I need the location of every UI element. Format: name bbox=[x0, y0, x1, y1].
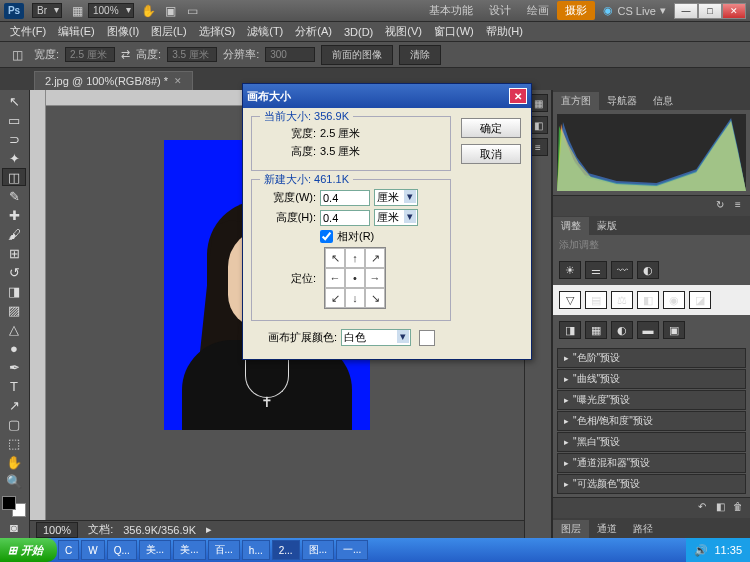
tool-stamp[interactable]: ⊞ bbox=[2, 244, 26, 262]
tool-eyedropper[interactable]: ✎ bbox=[2, 187, 26, 205]
clear-button[interactable]: 清除 bbox=[399, 45, 441, 65]
preset-selcolor[interactable]: "可选颜色"预设 bbox=[557, 474, 746, 494]
adj-invert-icon[interactable]: ◨ bbox=[559, 321, 581, 339]
menu-help[interactable]: 帮助(H) bbox=[480, 22, 529, 41]
preset-levels[interactable]: "色阶"预设 bbox=[557, 348, 746, 368]
new-height-input[interactable] bbox=[320, 210, 370, 226]
adj-levels-icon[interactable]: ⚌ bbox=[585, 261, 607, 279]
tab-channels[interactable]: 通道 bbox=[589, 520, 625, 538]
tool-dodge[interactable]: ● bbox=[2, 339, 26, 357]
bridge-dropdown[interactable]: Br bbox=[32, 3, 62, 18]
preset-chanmix[interactable]: "通道混和器"预设 bbox=[557, 453, 746, 473]
menu-analysis[interactable]: 分析(A) bbox=[289, 22, 338, 41]
taskbar-item-7[interactable]: 2... bbox=[272, 540, 300, 560]
menu-3d[interactable]: 3D(D) bbox=[338, 24, 379, 40]
opt-res-input[interactable] bbox=[265, 47, 315, 62]
taskbar-item-9[interactable]: 一... bbox=[336, 540, 368, 560]
tool-3d[interactable]: ⬚ bbox=[2, 435, 26, 453]
cs-live[interactable]: ◉CS Live▾ bbox=[603, 4, 666, 17]
taskbar-item-4[interactable]: 美... bbox=[173, 540, 205, 560]
tool-heal[interactable]: ✚ bbox=[2, 206, 26, 224]
taskbar-item-1[interactable]: W bbox=[81, 540, 104, 560]
swap-wh-icon[interactable]: ⇄ bbox=[121, 48, 130, 61]
adj-trash-icon[interactable]: 🗑 bbox=[730, 501, 746, 515]
dialog-titlebar[interactable]: 画布大小 ✕ bbox=[243, 84, 531, 108]
workspace-photo[interactable]: 摄影 bbox=[557, 1, 595, 20]
adj-bw-icon[interactable]: ◧ bbox=[637, 291, 659, 309]
tool-blur[interactable]: △ bbox=[2, 320, 26, 338]
menu-edit[interactable]: 编辑(E) bbox=[52, 22, 101, 41]
maximize-button[interactable]: □ bbox=[698, 3, 722, 19]
taskbar-item-5[interactable]: 百... bbox=[208, 540, 240, 560]
document-tab[interactable]: 2.jpg @ 100%(RGB/8#) * ✕ bbox=[34, 71, 193, 90]
taskbar-item-2[interactable]: Q... bbox=[107, 540, 137, 560]
tab-masks[interactable]: 蒙版 bbox=[589, 217, 625, 235]
taskbar-item-8[interactable]: 图... bbox=[302, 540, 334, 560]
opt-width-input[interactable] bbox=[65, 47, 115, 62]
tab-navigator[interactable]: 导航器 bbox=[599, 92, 645, 110]
menu-select[interactable]: 选择(S) bbox=[193, 22, 242, 41]
adj-reset-icon[interactable]: ↶ bbox=[694, 501, 710, 515]
workspace-basic[interactable]: 基本功能 bbox=[421, 1, 481, 20]
quickmask-icon[interactable]: ◙ bbox=[2, 518, 26, 536]
cancel-button[interactable]: 取消 bbox=[461, 144, 521, 164]
arrange-icon[interactable]: ▣ bbox=[162, 3, 180, 19]
preset-curves[interactable]: "曲线"预设 bbox=[557, 369, 746, 389]
tab-paths[interactable]: 路径 bbox=[625, 520, 661, 538]
adj-chanmix-icon[interactable]: ◪ bbox=[689, 291, 711, 309]
tab-adjustments[interactable]: 调整 bbox=[553, 217, 589, 235]
adj-selcolor-icon[interactable]: ▣ bbox=[663, 321, 685, 339]
preset-hue[interactable]: "色相/饱和度"预设 bbox=[557, 411, 746, 431]
tool-marquee[interactable]: ▭ bbox=[2, 111, 26, 129]
tool-move[interactable]: ↖ bbox=[2, 92, 26, 110]
tab-info[interactable]: 信息 bbox=[645, 92, 681, 110]
ext-color-select[interactable]: 白色 bbox=[341, 329, 411, 346]
new-height-unit[interactable]: 厘米 bbox=[374, 209, 418, 226]
tool-type[interactable]: T bbox=[2, 377, 26, 395]
front-image-button[interactable]: 前面的图像 bbox=[321, 45, 393, 65]
hand-icon[interactable]: ✋ bbox=[140, 3, 158, 19]
adj-thresh-icon[interactable]: ◐ bbox=[611, 321, 633, 339]
menu-file[interactable]: 文件(F) bbox=[4, 22, 52, 41]
tool-pen[interactable]: ✒ bbox=[2, 358, 26, 376]
dialog-close-icon[interactable]: ✕ bbox=[509, 88, 527, 104]
fg-bg-swatch[interactable] bbox=[2, 496, 26, 517]
relative-checkbox[interactable] bbox=[320, 230, 333, 243]
menu-image[interactable]: 图像(I) bbox=[101, 22, 145, 41]
screen-mode-icon[interactable]: ▭ bbox=[184, 3, 202, 19]
tool-hand[interactable]: ✋ bbox=[2, 454, 26, 472]
anchor-grid[interactable]: ↖↑↗ ←•→ ↙↓↘ bbox=[324, 247, 386, 309]
adj-exposure-icon[interactable]: ◐ bbox=[637, 261, 659, 279]
tab-close-icon[interactable]: ✕ bbox=[174, 76, 182, 86]
adj-hue-icon[interactable]: ▤ bbox=[585, 291, 607, 309]
start-button[interactable]: ⊞开始 bbox=[0, 538, 57, 562]
adj-poster-icon[interactable]: ▦ bbox=[585, 321, 607, 339]
tool-history-brush[interactable]: ↺ bbox=[2, 263, 26, 281]
ok-button[interactable]: 确定 bbox=[461, 118, 521, 138]
preset-exposure[interactable]: "曝光度"预设 bbox=[557, 390, 746, 410]
adj-photo-filter-icon[interactable]: ◉ bbox=[663, 291, 685, 309]
adj-balance-icon[interactable]: ⚖ bbox=[611, 291, 633, 309]
workspace-paint[interactable]: 绘画 bbox=[519, 1, 557, 20]
minimize-button[interactable]: — bbox=[674, 3, 698, 19]
tool-lasso[interactable]: ⊃ bbox=[2, 130, 26, 148]
adj-brightness-icon[interactable]: ☀ bbox=[559, 261, 581, 279]
histo-menu-icon[interactable]: ≡ bbox=[730, 199, 746, 213]
menu-window[interactable]: 窗口(W) bbox=[428, 22, 480, 41]
new-width-unit[interactable]: 厘米 bbox=[374, 189, 418, 206]
tool-shape[interactable]: ▢ bbox=[2, 416, 26, 434]
menu-filter[interactable]: 滤镜(T) bbox=[241, 22, 289, 41]
preset-bw[interactable]: "黑白"预设 bbox=[557, 432, 746, 452]
zoom-dropdown[interactable]: 100% bbox=[88, 3, 134, 18]
tab-layers[interactable]: 图层 bbox=[553, 520, 589, 538]
tool-brush[interactable]: 🖌 bbox=[2, 225, 26, 243]
tool-eraser[interactable]: ◨ bbox=[2, 282, 26, 300]
tool-crop[interactable]: ◫ bbox=[2, 168, 26, 186]
tool-path[interactable]: ↗ bbox=[2, 397, 26, 415]
tool-wand[interactable]: ✦ bbox=[2, 149, 26, 167]
opt-height-input[interactable] bbox=[167, 47, 217, 62]
close-button[interactable]: ✕ bbox=[722, 3, 746, 19]
adj-curves-icon[interactable]: 〰 bbox=[611, 261, 633, 279]
tab-histogram[interactable]: 直方图 bbox=[553, 92, 599, 110]
taskbar-item-0[interactable]: C bbox=[58, 540, 79, 560]
